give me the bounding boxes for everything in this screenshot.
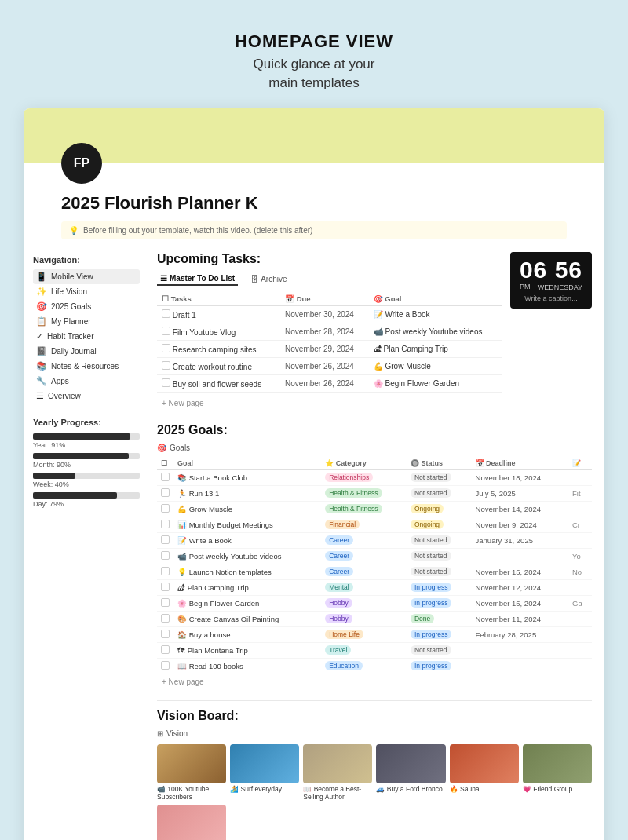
table-row: 📖 Read 100 books Education In progress — [157, 658, 592, 674]
sidebar-item-overview[interactable]: ☰ Overview — [33, 389, 140, 404]
vision-card[interactable]: 📖 Become a Best-Selling Author — [303, 744, 372, 801]
tab-master-todo[interactable]: ☰ Master To Do List — [157, 272, 238, 286]
habit-icon: ✓ — [36, 331, 43, 341]
vision-image — [376, 744, 445, 783]
goals-add-new[interactable]: + New page — [157, 674, 592, 689]
mobile-icon: 📱 — [36, 272, 47, 282]
overview-icon: ☰ — [36, 391, 44, 401]
sidebar-item-habit[interactable]: ✓ Habit Tracker — [33, 329, 140, 344]
goal-checkbox[interactable] — [161, 567, 170, 575]
tasks-section: Upcoming Tasks: ☰ Master To Do List 🗄 Ar… — [157, 252, 592, 411]
tasks-add-new[interactable]: + New page — [157, 396, 502, 411]
goal-checkbox[interactable] — [161, 598, 170, 607]
goal-checkbox[interactable] — [161, 630, 170, 638]
notion-icon: FP — [61, 143, 102, 184]
journal-icon: 📓 — [36, 346, 47, 356]
tab-archive[interactable]: 🗄 Archive — [247, 273, 290, 285]
page-title: HOMEPAGE VIEW — [235, 31, 393, 52]
clock-time: 06 56 — [520, 258, 582, 282]
goal-checkbox[interactable] — [161, 473, 170, 481]
table-row: 📊 Monthly Budget Meetings Financial Ongo… — [157, 517, 592, 532]
table-row: 🏠 Buy a house Home Life In progress Febr… — [157, 626, 592, 642]
vision-grid-row1: 📹 100K Youtube Subscribers 🏄 Surf everyd… — [157, 744, 592, 840]
sidebar-item-life-vision[interactable]: ✨ Life Vision — [33, 284, 140, 299]
table-row: Research camping sites November 29, 2024… — [157, 340, 502, 357]
progress-title: Yearly Progress: — [33, 418, 140, 427]
clock-day: WEDNESDAY — [538, 283, 582, 291]
sidebar-item-notes[interactable]: 📚 Notes & Resources — [33, 359, 140, 374]
vision-card[interactable]: 🚙 Buy a Ford Bronco — [376, 744, 445, 801]
table-row: Buy soil and flower seeds November 26, 2… — [157, 374, 502, 392]
goal-checkbox[interactable] — [161, 488, 170, 497]
table-row: 🏕 Plan Camping Trip Mental In progress N… — [157, 579, 592, 595]
vision-image — [157, 805, 226, 840]
sidebar-item-apps[interactable]: 🔧 Apps — [33, 374, 140, 389]
progress-year: Year: 91% — [33, 433, 140, 449]
vision-card[interactable]: 🔥 Sauna — [450, 744, 519, 801]
table-row: Create workout routine November 26, 2024… — [157, 357, 502, 374]
planner-icon: 📋 — [36, 316, 47, 327]
main-content: Upcoming Tasks: ☰ Master To Do List 🗄 Ar… — [149, 247, 604, 840]
notion-cover — [24, 108, 604, 163]
goal-checkbox[interactable] — [161, 520, 170, 528]
vision-label: 🔥 Sauna — [450, 785, 519, 793]
goals-title: 2025 Goals: — [157, 423, 592, 437]
archive-tab-icon: 🗄 — [250, 275, 258, 283]
notion-frame: FP 2025 Flourish Planner K 💡 Before fill… — [24, 108, 604, 840]
sidebar: Navigation: 📱 Mobile View ✨ Life Vision … — [24, 247, 149, 840]
table-row: 📚 Start a Book Club Relationships Not st… — [157, 469, 592, 485]
table-row: 📹 Post weekly Youtube videos Career Not … — [157, 548, 592, 564]
goals-tab: 🎯 Goals — [157, 444, 592, 452]
vision-image — [523, 744, 592, 783]
vision-section: Vision Board: ⊞ Vision 📹 100K Youtube Su… — [157, 700, 592, 840]
goal-checkbox[interactable] — [161, 504, 170, 513]
table-row: 📝 Write a Book Career Not started Januar… — [157, 532, 592, 548]
goal-checkbox[interactable] — [161, 535, 170, 544]
notice-icon: 💡 — [69, 226, 78, 235]
vision-image — [157, 744, 226, 783]
table-row: 🏃 Run 13.1 Health & Fitness Not started … — [157, 485, 592, 501]
vision-card[interactable]: 📹 100K Youtube Subscribers — [157, 744, 226, 801]
goal-checkbox[interactable] — [161, 661, 170, 670]
progress-day: Day: 79% — [33, 492, 140, 508]
vision-tab: ⊞ Vision — [157, 729, 592, 738]
notion-notice: 💡 Before filling out your template, watc… — [61, 221, 567, 239]
vision-card[interactable]: 💗 Friend Group — [523, 744, 592, 801]
progress-month: Month: 90% — [33, 453, 140, 469]
vision-label: 🚙 Buy a Ford Bronco — [376, 785, 445, 793]
task-checkbox[interactable] — [162, 327, 170, 335]
vision-title: Vision Board: — [157, 709, 592, 723]
task-checkbox[interactable] — [162, 378, 170, 387]
clock-caption: Write a caption... — [520, 294, 582, 302]
notes-icon: 📚 — [36, 361, 47, 371]
vision-label: 💗 Friend Group — [523, 785, 592, 793]
vision-image — [230, 744, 299, 783]
goal-checkbox[interactable] — [161, 645, 170, 654]
table-row: 💡 Launch Notion templates Career Not sta… — [157, 564, 592, 579]
tasks-tabs: ☰ Master To Do List 🗄 Archive — [157, 272, 502, 286]
task-checkbox[interactable] — [162, 309, 170, 318]
goal-checkbox[interactable] — [161, 551, 170, 560]
table-row: 🎨 Create Canvas Oil Painting Hobby Done … — [157, 611, 592, 626]
vision-image — [450, 744, 519, 783]
sidebar-progress: Yearly Progress: Year: 91% Month: 90% We… — [33, 418, 140, 508]
sidebar-nav-title: Navigation: — [33, 255, 140, 265]
task-checkbox[interactable] — [162, 344, 170, 352]
clock-widget: 06 56 PM WEDNESDAY Write a caption... — [510, 252, 592, 309]
goals-tab-icon: 🎯 — [157, 444, 166, 452]
goals-table: ☐ Goal ⭐ Category 🔘 Status 📅 Deadline 📝 … — [157, 457, 592, 674]
sidebar-item-goals[interactable]: 🎯 2025 Goals — [33, 299, 140, 314]
vision-label: 📹 100K Youtube Subscribers — [157, 785, 226, 801]
goal-checkbox[interactable] — [161, 614, 170, 623]
sidebar-item-planner[interactable]: 📋 My Planner — [33, 314, 140, 329]
vision-card[interactable]: 🏄 Surf everyday — [230, 744, 299, 801]
goal-checkbox[interactable] — [161, 583, 170, 591]
sidebar-item-mobile-view[interactable]: 📱 Mobile View — [33, 269, 140, 284]
table-row: Draft 1 November 30, 2024 📝 Write a Book — [157, 305, 502, 323]
task-checkbox[interactable] — [162, 361, 170, 370]
sidebar-item-journal[interactable]: 📓 Daily Journal — [33, 344, 140, 359]
tasks-table: ☐ Tasks 📅 Due 🎯 Goal Draft 1 November 30… — [157, 292, 502, 393]
vision-card[interactable]: 🌸 Grow a Flower Garden — [157, 805, 226, 840]
vision-label: 🏄 Surf everyday — [230, 785, 299, 793]
todo-tab-icon: ☰ — [160, 274, 167, 283]
